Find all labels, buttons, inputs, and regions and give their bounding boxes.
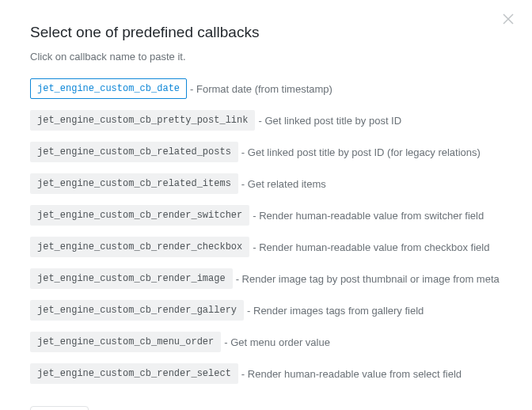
callback-name[interactable]: jet_engine_custom_cb_pretty_post_link [30,110,255,131]
cancel-button[interactable]: Cancel [30,406,89,410]
callback-name[interactable]: jet_engine_custom_cb_render_image [30,268,233,289]
callback-row: jet_engine_custom_cb_pretty_post_link - … [30,110,502,131]
callback-description: - Get linked post title by post ID [258,115,401,127]
callback-name[interactable]: jet_engine_custom_cb_related_items [30,173,238,194]
callback-description: - Render image tag by post thumbnail or … [236,273,500,285]
callback-description: - Render human-readable value from switc… [253,210,484,222]
modal-subtitle: Click on callback name to paste it. [30,51,502,63]
callback-name[interactable]: jet_engine_custom_cb_render_select [30,363,238,384]
callback-name[interactable]: jet_engine_custom_cb_date [30,78,187,99]
close-icon [502,13,515,28]
callback-list: jet_engine_custom_cb_date - Format date … [30,78,502,384]
close-button[interactable] [499,11,518,30]
callback-row: jet_engine_custom_cb_related_posts - Get… [30,142,502,162]
callback-row: jet_engine_custom_cb_related_items - Get… [30,173,502,194]
callback-description: - Get menu order value [224,336,330,348]
callback-name[interactable]: jet_engine_custom_cb_render_checkbox [30,237,249,257]
callback-description: - Format date (from timestamp) [190,83,332,95]
callback-modal: Select one of predefined callbacks Click… [0,0,532,410]
callback-row: jet_engine_custom_cb_date - Format date … [30,78,502,99]
callback-row: jet_engine_custom_cb_render_switcher - R… [30,205,502,226]
callback-description: - Render human-readable value from selec… [241,368,462,380]
modal-title: Select one of predefined callbacks [30,24,502,41]
callback-name[interactable]: jet_engine_custom_cb_render_switcher [30,205,249,226]
modal-footer: Cancel [30,406,502,410]
callback-row: jet_engine_custom_cb_menu_order - Get me… [30,332,502,352]
callback-row: jet_engine_custom_cb_render_checkbox - R… [30,237,502,257]
callback-row: jet_engine_custom_cb_render_image - Rend… [30,268,502,289]
callback-row: jet_engine_custom_cb_render_gallery - Re… [30,300,502,321]
callback-name[interactable]: jet_engine_custom_cb_render_gallery [30,300,244,321]
callback-description: - Get related items [241,178,326,190]
callback-description: - Get linked post title by post ID (for … [241,146,481,158]
callback-row: jet_engine_custom_cb_render_select - Ren… [30,363,502,384]
callback-name[interactable]: jet_engine_custom_cb_related_posts [30,142,238,162]
callback-name[interactable]: jet_engine_custom_cb_menu_order [30,332,221,352]
callback-description: - Render images tags from gallery field [247,305,424,317]
callback-description: - Render human-readable value from check… [253,241,489,253]
